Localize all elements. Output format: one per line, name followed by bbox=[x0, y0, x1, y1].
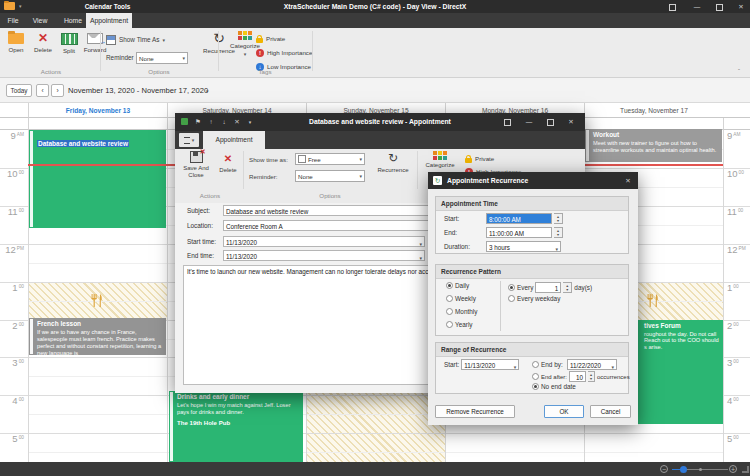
recurrence-dialog-title: Appointment Recurrence bbox=[447, 172, 528, 189]
monthly-radio[interactable]: Monthly bbox=[446, 308, 477, 315]
open-button[interactable]: Open bbox=[3, 31, 29, 69]
duration-select[interactable]: 3 hours▾ bbox=[486, 241, 561, 252]
allday-cell[interactable] bbox=[28, 118, 167, 130]
location-label: Location: bbox=[187, 222, 213, 229]
every-days-input[interactable]: 1 bbox=[535, 282, 561, 293]
split-button[interactable]: Split bbox=[56, 31, 82, 69]
chevron-down-icon[interactable]: ▾ bbox=[206, 88, 209, 94]
dialog-private-button[interactable]: Private bbox=[465, 153, 494, 164]
minimize-button[interactable]: — bbox=[688, 0, 706, 13]
zoom-slider-thumb[interactable] bbox=[680, 466, 687, 473]
yearly-radio[interactable]: Yearly bbox=[446, 321, 473, 328]
show-time-as-button[interactable]: Show Time As ▾ bbox=[106, 35, 165, 45]
hour-line bbox=[0, 433, 750, 434]
group-separator bbox=[243, 151, 244, 189]
menu-icon bbox=[184, 137, 190, 144]
close-button[interactable]: ✕ bbox=[732, 0, 750, 13]
dialog-delete-button[interactable]: ✕ Delete bbox=[215, 151, 241, 189]
save-and-close-button[interactable]: ✕ Save And Close bbox=[179, 151, 213, 189]
end-by-input[interactable]: 11/22/2020▾ bbox=[567, 359, 617, 370]
remove-recurrence-button[interactable]: Remove Recurrence bbox=[435, 405, 515, 418]
today-button[interactable]: Today bbox=[6, 84, 32, 97]
reminder-label: Reminder: bbox=[249, 173, 278, 180]
move-down-icon[interactable]: ↓ bbox=[218, 113, 230, 131]
menu-button[interactable]: ▾ bbox=[179, 133, 199, 147]
every-weekday-radio[interactable]: Every weekday bbox=[508, 295, 560, 302]
time-label: 12PM bbox=[0, 245, 24, 255]
dialog-recurrence-button[interactable]: ↻ Recurrence bbox=[373, 151, 413, 189]
end-after-input[interactable]: 10 bbox=[569, 371, 586, 382]
end-after-radio[interactable]: End after: 10 ▲▼ occurrences bbox=[532, 371, 630, 382]
maximize-button[interactable] bbox=[710, 0, 728, 13]
resize-grip-icon[interactable] bbox=[742, 466, 749, 473]
chevron-down-icon: ▾ bbox=[182, 55, 185, 61]
reminder-select[interactable]: None ▾ bbox=[136, 52, 188, 64]
time-label: 9AM bbox=[727, 131, 750, 141]
day-header-tuesday[interactable]: Tuesday, November 17 bbox=[584, 103, 723, 118]
recurrence-start-input[interactable]: 8:00:00 AM bbox=[486, 213, 552, 224]
prev-button[interactable]: ‹ bbox=[36, 84, 49, 97]
zoom-in-icon[interactable]: + bbox=[729, 465, 737, 473]
ok-button[interactable]: OK bbox=[544, 405, 584, 418]
chevron-down-icon: ▾ bbox=[419, 254, 422, 261]
close-button[interactable]: ✕ bbox=[622, 172, 634, 189]
tab-home[interactable]: Home bbox=[60, 13, 86, 28]
tab-view[interactable]: View bbox=[28, 13, 52, 28]
chevron-down-icon: ▾ bbox=[555, 245, 558, 252]
daily-radio[interactable]: Daily bbox=[446, 282, 469, 289]
actions-group-label: Actions bbox=[179, 192, 241, 199]
end-by-radio[interactable]: End by: 11/22/2020▾ bbox=[532, 359, 617, 370]
cancel-button[interactable]: Cancel bbox=[590, 405, 631, 418]
delete-button[interactable]: ✕ Delete bbox=[30, 31, 56, 69]
close-appointment-icon[interactable]: ✕ bbox=[231, 113, 243, 131]
minimize-button[interactable]: — bbox=[523, 113, 535, 131]
show-time-as-select[interactable]: Free ▾ bbox=[295, 153, 365, 165]
appointment-icon[interactable] bbox=[181, 118, 188, 125]
maximize-button[interactable] bbox=[544, 113, 556, 131]
group-separator bbox=[312, 31, 313, 71]
range-start-input[interactable]: 11/13/2020▾ bbox=[461, 359, 519, 370]
time-label: 500 bbox=[727, 434, 750, 444]
ribbon-display-options-button[interactable] bbox=[501, 113, 513, 131]
zoom-out-icon[interactable]: − bbox=[660, 465, 668, 473]
show-time-as-icon bbox=[106, 35, 116, 45]
time-label: 100 bbox=[727, 283, 750, 293]
ribbon-display-options-button[interactable] bbox=[663, 0, 681, 13]
column-border bbox=[167, 130, 168, 462]
reminder-select[interactable]: None ▾ bbox=[295, 170, 365, 182]
appointment-french-lesson[interactable]: French lesson If we are to have any chan… bbox=[29, 318, 166, 355]
lock-icon bbox=[465, 158, 472, 163]
spinner-icon[interactable]: ▲▼ bbox=[554, 227, 563, 238]
app-logo-icon[interactable] bbox=[4, 2, 15, 10]
next-button[interactable]: › bbox=[51, 84, 64, 97]
spinner-icon[interactable]: ▲▼ bbox=[563, 282, 572, 293]
day-header-friday[interactable]: Friday, November 13 bbox=[28, 103, 167, 118]
appointment-drinks-dinner[interactable]: Drinks and early dinner Let's hope I win… bbox=[169, 391, 303, 462]
tab-appointment[interactable]: Appointment bbox=[86, 13, 132, 28]
weekly-radio[interactable]: Weekly bbox=[446, 295, 476, 302]
tab-file[interactable]: File bbox=[4, 13, 22, 28]
appointment-workout[interactable]: Workout Meet with new trainer to figure … bbox=[585, 129, 722, 162]
ribbon-tab-row: File View Home Appointment bbox=[0, 13, 750, 28]
forward-button[interactable]: → Forward bbox=[82, 31, 108, 69]
every-days-radio[interactable]: Every 1 ▲▼ day(s) bbox=[508, 282, 592, 293]
close-button[interactable]: ✕ bbox=[565, 113, 577, 131]
appointment-database-review[interactable]: Database and website review bbox=[29, 130, 166, 228]
spinner-icon[interactable]: ▲▼ bbox=[588, 371, 595, 382]
spinner-icon[interactable]: ▲▼ bbox=[554, 213, 563, 224]
appointment-time-header: Appointment Time bbox=[436, 197, 628, 211]
start-date-input[interactable]: 11/13/2020▾ bbox=[223, 236, 425, 247]
recurrence-end-input[interactable]: 11:00:00 AM bbox=[486, 227, 552, 238]
date-range-label[interactable]: November 13, 2020 - November 17, 2020 bbox=[68, 84, 208, 97]
recurrence-dialog-icon: ↻ bbox=[433, 176, 442, 185]
end-date-input[interactable]: 11/13/2020▾ bbox=[223, 250, 425, 261]
bookmark-icon[interactable]: ⚑ bbox=[192, 113, 204, 131]
dialog-tab-appointment[interactable]: Appointment bbox=[203, 131, 265, 149]
private-button[interactable]: Private bbox=[256, 33, 285, 44]
high-importance-button[interactable]: ! High Importance bbox=[256, 47, 312, 58]
radio-selected-icon bbox=[446, 282, 453, 289]
move-up-icon[interactable]: ↑ bbox=[205, 113, 217, 131]
ribbon-collapse-icon[interactable]: ˆ bbox=[738, 68, 740, 74]
no-end-date-radio[interactable]: No end date bbox=[532, 383, 576, 390]
quick-access-caret-icon[interactable]: ▾ bbox=[19, 3, 22, 9]
